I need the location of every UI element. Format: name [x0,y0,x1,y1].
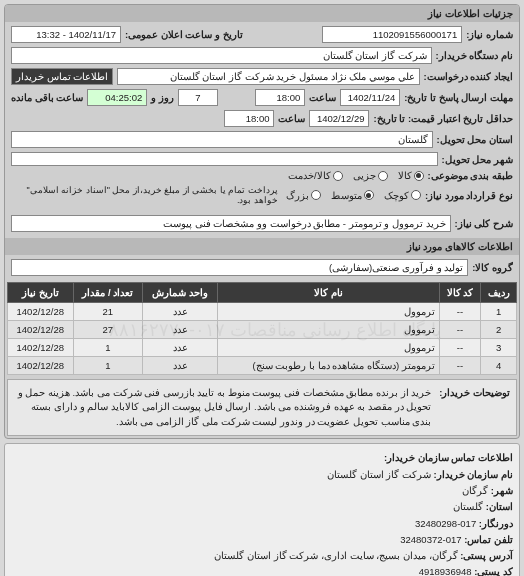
field-req-no: 1102091556000171 [322,26,462,43]
label-remaining: ساعت باقی مانده [11,92,83,103]
cell-date: 1402/12/28 [8,357,74,375]
field-days-remain: 7 [178,89,218,106]
radio-large-label: بزرگ [286,190,309,201]
label-delivery-state: استان محل تحویل: [437,134,513,145]
field-request-creator: علي موسي ملک نژاد مسئول خرید شرکت گاز اس… [117,68,419,85]
cell-qty: 27 [73,321,142,339]
field-main-title: خرید ترموول و ترمومتر - مطابق درخواست وو… [11,215,451,232]
catalog-radio-group: کالا جزیی کالا/خدمت [288,170,424,181]
radio-goods-label: کالا [398,170,412,181]
label-public-datetime: تاریخ و ساعت اعلان عمومی: [125,29,243,40]
field-buyer-device: شرکت گاز استان گلستان [11,47,432,64]
postal-val: گرگان، میدان بسیج، سایت اداری، شرکت گاز … [214,550,457,561]
cell-qty: 1 [73,357,142,375]
goods-info-header: اطلاعات کالاهای مورد نیاز [5,238,519,255]
buyer-notes-text: خرید از برنده مطابق مشخصات فنی پیوست منو… [14,386,431,429]
field-send-deadline-date: 1402/11/24 [340,89,400,106]
org-name: شرکت گاز استان گلستان [327,469,431,480]
radio-service[interactable] [378,171,388,181]
field-goods-group: تولید و فرآوری صنعتی(سفارشی) [11,259,468,276]
th-row: ردیف [481,283,517,303]
cell-unit: عدد [143,339,218,357]
field-send-deadline-time: 18:00 [255,89,305,106]
radio-medium[interactable] [364,190,374,200]
label-send-deadline: مهلت ارسال پاسخ تا تاریخ: [404,92,513,103]
label-price-deadline: حداقل تاریخ اعتبار قیمت: تا تاریخ: [373,113,513,124]
cell-name: ترموول [218,303,440,321]
label-request-creator: ایجاد کننده درخواست: [424,71,513,82]
cell-unit: عدد [143,357,218,375]
agreement-note: پرداخت تمام یا بخشی از مبلغ خرید،از محل … [11,185,278,205]
radio-goods[interactable] [414,171,424,181]
cell-row: 3 [481,339,517,357]
phone-val: 017-32480372 [400,534,461,545]
th-qty: تعداد / مقدار [73,283,142,303]
th-unit: واحد شمارش [143,283,218,303]
label-catalog: طبقه بندی موضوعی: [428,170,513,181]
radio-small-label: کوچک [384,190,409,201]
cell-date: 1402/12/28 [8,321,74,339]
field-delivery-state: گلستان [11,131,433,148]
cell-unit: عدد [143,303,218,321]
label-goods-group: گروه کالا: [472,262,513,273]
label-req-no: شماره نیاز: [466,29,513,40]
label-agreement-type: نوع قرارداد مورد نیاز: [425,190,513,201]
goods-table: ردیف کد کالا نام کالا واحد شمارش تعداد /… [7,282,517,375]
th-name: نام کالا [218,283,440,303]
radio-medium-label: متوسط [331,190,362,201]
cell-name: ترموول [218,339,440,357]
radio-both[interactable] [333,171,343,181]
city-label: شهر: [491,485,513,496]
contact-header-1: اطلاعات تماس سازمان خریدار: [11,450,513,465]
cell-date: 1402/12/28 [8,339,74,357]
org-name-label: نام سازمان خریدار: [434,469,513,480]
cell-name: ترموول [218,321,440,339]
fax-val: 017-32480298 [415,518,476,529]
cell-date: 1402/12/28 [8,303,74,321]
cell-row: 2 [481,321,517,339]
label-day: روز و [151,92,174,103]
cell-code: -- [439,303,480,321]
cell-code: -- [439,321,480,339]
phone-label: تلفن تماس: [464,534,513,545]
cell-name: ترمومتر (دستگاه مشاهده دما با رطوبت سنج) [218,357,440,375]
label-time-1: ساعت [309,92,336,103]
postal-label: آدرس پستی: [460,550,513,561]
label-buyer-device: نام دستگاه خریدار: [436,50,513,61]
label-buyer-notes: توضیحات خریدار: [439,386,510,429]
cell-row: 4 [481,357,517,375]
label-main-title: شرح کلی نیاز: [455,218,513,229]
radio-large[interactable] [311,190,321,200]
th-date: تاریخ نیاز [8,283,74,303]
postcode-val: 4918936948 [419,566,472,576]
panel-title: جزئیات اطلاعات نیاز [5,5,519,22]
label-delivery-city: شهر محل تحویل: [442,154,513,165]
agreement-radio-group: کوچک متوسط بزرگ [286,190,421,201]
field-delivery-city [11,152,438,166]
radio-small[interactable] [411,190,421,200]
table-row: 4--ترمومتر (دستگاه مشاهده دما با رطوبت س… [8,357,517,375]
postcode-label: کد پستی: [474,566,513,576]
cell-qty: 21 [73,303,142,321]
th-code: کد کالا [439,283,480,303]
buyer-contact-link[interactable]: اطلاعات تماس خریدار [11,68,113,85]
field-public-datetime: 1402/11/17 - 13:32 [11,26,121,43]
cell-row: 1 [481,303,517,321]
field-hours-remain: 04:25:02 [87,89,147,106]
table-row: 2--ترموولعدد271402/12/28 [8,321,517,339]
table-row: 1--ترموولعدد211402/12/28 [8,303,517,321]
state-val: گلستان [453,501,483,512]
cell-code: -- [439,357,480,375]
cell-qty: 1 [73,339,142,357]
cell-code: -- [439,339,480,357]
state-label: استان: [486,501,513,512]
field-price-deadline-time: 18:00 [224,110,274,127]
table-row: 3--ترموولعدد11402/12/28 [8,339,517,357]
radio-both-label: کالا/خدمت [288,170,331,181]
fax-label: دورنگار: [479,518,513,529]
city-val: گرگان [462,485,488,496]
field-price-deadline-date: 1402/12/29 [309,110,369,127]
radio-service-label: جزیی [353,170,376,181]
label-time-2: ساعت [278,113,305,124]
cell-unit: عدد [143,321,218,339]
